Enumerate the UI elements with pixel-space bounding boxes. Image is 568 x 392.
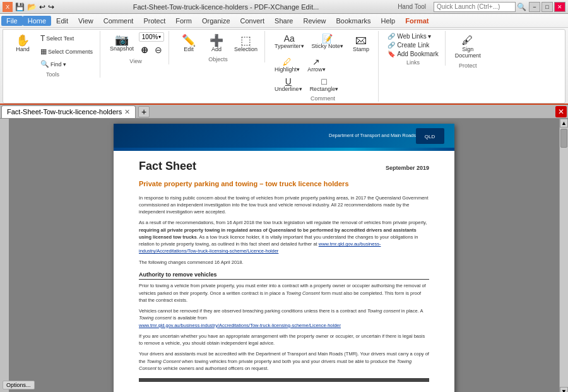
pdf-para5b-text: Towing consent [367, 308, 400, 314]
menu-file[interactable]: File [1, 16, 23, 26]
typewriter-button[interactable]: Aa Typewriter▾ [271, 32, 307, 55]
sticky-note-button[interactable]: 📝 Sticky Note▾ [309, 32, 347, 55]
pdf-para5-text: Vehicles cannot be removed if they are o… [139, 308, 367, 314]
create-link-icon: 🔗 [388, 42, 395, 49]
close-all-button[interactable]: ✕ [555, 106, 567, 117]
arrow-label: Arrow▾ [307, 66, 326, 73]
menu-bookmarks[interactable]: Bookmarks [331, 16, 376, 26]
pdf-fact-sheet-title: Fact Sheet [139, 158, 196, 174]
ribbon-group-tools: ✋ Hand T Select Text ▦ Select Comments 🔍… [6, 31, 100, 78]
scroll-up-button[interactable]: ▲ [560, 119, 568, 128]
underline-icon: U [285, 77, 292, 86]
close-button[interactable]: ✕ [554, 2, 565, 12]
title-row: Fact Sheet September 2019 [139, 158, 429, 177]
doc-tab[interactable]: Fact-Sheet-Tow-truck-licence-holders ✕ [1, 105, 136, 118]
quick-launch-search[interactable] [434, 2, 516, 12]
left-panel [0, 119, 9, 392]
menu-review[interactable]: Review [298, 16, 331, 26]
ribbon-content: ✋ Hand T Select Text ▦ Select Comments 🔍… [3, 29, 565, 104]
links-group-label: Links [406, 58, 420, 66]
menu-form[interactable]: Form [170, 16, 197, 26]
objects-group-label: Objects [208, 55, 228, 62]
add-button[interactable]: ➕ Add [203, 32, 230, 55]
selection-icon: ⬚ [240, 35, 251, 46]
select-comments-icon: ▦ [40, 47, 47, 56]
quick-launch-input[interactable] [437, 3, 512, 10]
save-icon[interactable]: 💾 [15, 3, 25, 11]
zoom-dropdown-icon: ▾ [158, 34, 161, 40]
app-icon: X [3, 2, 13, 12]
window-title: Fact-Sheet-Tow-truck-licence-holders - P… [54, 3, 398, 11]
create-link-button[interactable]: 🔗 Create Link [385, 41, 441, 49]
pdf-para4b-text: Towing Consent [286, 290, 320, 296]
menu-comment[interactable]: Comment [98, 16, 139, 26]
open-icon[interactable]: 📂 [27, 3, 37, 11]
selection-button[interactable]: ⬚ Selection [231, 32, 261, 55]
menu-protect[interactable]: Protect [138, 16, 170, 26]
doc-tab-close-button[interactable]: ✕ [124, 108, 130, 116]
zoom-in-icon: ⊕ [141, 45, 148, 55]
undo-icon[interactable]: ↩ [39, 3, 45, 11]
add-bookmark-button[interactable]: 🔖 Add Bookmark [385, 50, 441, 58]
zoom-select[interactable]: 100% ▾ [139, 32, 165, 42]
menu-help[interactable]: Help [376, 16, 401, 26]
scroll-down-button[interactable]: ▼ [560, 387, 568, 392]
arrow-button[interactable]: ↗ Arrow▾ [304, 56, 329, 74]
menu-organize[interactable]: Organize [197, 16, 235, 26]
pdf-date: September 2019 [386, 164, 429, 172]
pdf-link2[interactable]: www.tmr.qld.gov.au/business-industry/Acc… [139, 323, 341, 328]
search-icon[interactable]: 🔍 [517, 3, 526, 11]
menu-edit[interactable]: Edit [51, 16, 73, 26]
web-links-button[interactable]: 🔗 Web Links ▾ [385, 32, 441, 40]
pdf-viewport[interactable]: Department of Transport and Main Roads Q… [9, 119, 559, 392]
pdf-para5c-text: in place. A [400, 308, 423, 314]
hand-tool-button[interactable]: ✋ Hand [9, 32, 36, 70]
pdf-para7c-text: when towing vehicles from private proper… [180, 359, 397, 364]
zoom-out-ribbon-button[interactable]: ⊖ [152, 43, 165, 57]
zoom-in-ribbon-button[interactable]: ⊕ [138, 43, 151, 57]
redo-icon[interactable]: ↪ [48, 3, 54, 11]
view-group-label: View [129, 57, 141, 64]
hand-label: Hand [16, 46, 30, 52]
dept-header: Department of Transport and Main Roads Q… [114, 124, 454, 148]
underline-button[interactable]: U Underline▾ [271, 75, 305, 94]
snapshot-button[interactable]: 📷 Snapshot [107, 32, 137, 57]
arrow-icon: ↗ [312, 57, 320, 66]
maximize-button[interactable]: □ [541, 2, 553, 12]
scrollbar-right[interactable]: ▲ ▼ [559, 119, 568, 392]
highlight-button[interactable]: 🖊 Highlight▾ [271, 56, 303, 74]
svg-text:QLD: QLD [425, 134, 435, 140]
ribbon-group-objects: ✏️ Edit ➕ Add ⬚ Selection Objects [172, 31, 265, 62]
doc-tab-name: Fact-Sheet-Tow-truck-licence-holders [7, 108, 122, 116]
find-button[interactable]: 🔍 Find ▾ [37, 58, 96, 70]
doc-tab-bar: Fact-Sheet-Tow-truck-licence-holders ✕ +… [0, 105, 568, 119]
menu-convert[interactable]: Convert [235, 16, 270, 26]
pdf-para6: If you are uncertain whether you have an… [139, 333, 429, 347]
options-button[interactable]: Options... [3, 381, 35, 389]
snapshot-icon: 📷 [115, 34, 129, 45]
view-buttons: 📷 Snapshot 100% ▾ ⊕ ⊖ [107, 32, 165, 57]
scroll-track[interactable] [560, 128, 568, 387]
zoom-out-icon: ⊖ [155, 45, 162, 55]
minimize-button[interactable]: − [529, 2, 540, 12]
menu-format[interactable]: Format [400, 16, 434, 26]
title-left: X 💾 📂 ↩ ↪ [3, 2, 54, 12]
pdf-para2: As a result of the recommendations, from… [139, 219, 429, 254]
stamp-button[interactable]: 🖂 Stamp [348, 32, 374, 55]
new-tab-button[interactable]: + [138, 106, 150, 117]
highlight-label: Highlight▾ [275, 66, 300, 73]
edit-button[interactable]: ✏️ Edit [175, 32, 202, 55]
select-text-button[interactable]: T Select Text [37, 32, 96, 45]
sign-document-label: SignDocument [455, 46, 481, 59]
pdf-para5d-text: Towing consent [139, 315, 172, 321]
sticky-note-label: Sticky Note▾ [312, 43, 344, 49]
rectangle-button[interactable]: □ Rectangle▾ [307, 75, 342, 94]
scroll-thumb[interactable] [560, 129, 567, 148]
menu-view[interactable]: View [73, 16, 98, 26]
sign-document-button[interactable]: 🖋 SignDocument [452, 32, 484, 61]
tools-buttons: ✋ Hand T Select Text ▦ Select Comments 🔍… [9, 32, 96, 70]
ribbon: ✋ Hand T Select Text ▦ Select Comments 🔍… [0, 28, 568, 105]
menu-home[interactable]: Home [23, 16, 51, 26]
select-comments-button[interactable]: ▦ Select Comments [37, 45, 96, 57]
menu-share[interactable]: Share [269, 16, 298, 26]
